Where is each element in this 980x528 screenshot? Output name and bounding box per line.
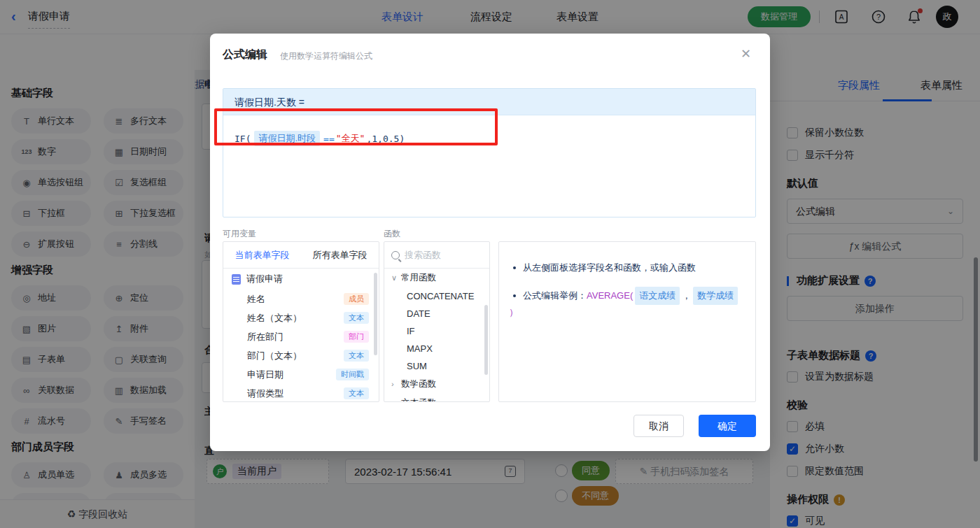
variable-type-badge: 成员 [344, 293, 369, 305]
function-search-input[interactable]: 搜索函数 [384, 242, 489, 269]
variables-tabs: 当前表单字段 所有表单字段 [223, 242, 379, 269]
function-group-label: 常用函数 [401, 273, 436, 283]
red-annotation-box [214, 108, 498, 145]
tab-all-form-fields[interactable]: 所有表单字段 [301, 242, 379, 268]
confirm-button[interactable]: 确定 [699, 415, 756, 437]
chevron-right-icon: › [391, 394, 401, 402]
variables-label: 可用变量 [223, 228, 256, 240]
tip-line-1: 从左侧面板选择字段名和函数，或输入函数 [509, 260, 741, 276]
variable-type-badge: 文本 [344, 387, 369, 399]
functions-scrollbar[interactable] [484, 305, 488, 375]
variable-type-badge: 时间戳 [336, 369, 369, 380]
variable-row[interactable]: 姓名成员 [223, 290, 379, 308]
function-group-collapsed[interactable]: ›数学函数 [384, 375, 489, 394]
variables-root-node[interactable]: 请假申请 [223, 269, 379, 290]
tip-line-2: 公式编辑举例： AVERAGE( 语文成绩 ， 数学成绩 ） [509, 287, 741, 320]
function-item[interactable]: IF [384, 322, 489, 340]
variable-row[interactable]: 部门（文本）文本 [223, 346, 379, 365]
variable-type-badge: 部门 [344, 331, 369, 343]
chevron-down-icon: ∨ [391, 269, 401, 287]
function-item[interactable]: MAPX [384, 340, 489, 357]
function-item[interactable]: CONCATENATE [384, 287, 489, 305]
function-item[interactable]: SUM [384, 357, 489, 375]
formula-editor-modal: 公式编辑 使用数学运算符编辑公式 ✕ 请假日期.天数 = IF( 请假日期.时段… [210, 34, 770, 451]
search-placeholder: 搜索函数 [405, 249, 441, 262]
search-icon [391, 251, 400, 259]
variable-name: 部门（文本） [247, 350, 344, 362]
variable-name: 所在部门 [247, 331, 344, 343]
formula-editor-box[interactable]: 请假日期.天数 = IF( 请假日期.时段 == "全天" ,1,0.5) [223, 88, 756, 217]
variable-row[interactable]: 申请日期时间戳 [223, 365, 379, 384]
bullet-icon [513, 294, 516, 297]
variable-row[interactable]: 请假类型文本 [223, 384, 379, 402]
variable-name: 申请日期 [247, 369, 336, 381]
functions-label: 函数 [384, 228, 400, 240]
variable-name: 请假类型 [247, 387, 344, 400]
variable-name: 姓名（文本） [247, 312, 344, 324]
function-group-label: 数学函数 [401, 379, 436, 389]
variable-name: 姓名 [247, 293, 344, 306]
tab-current-form-fields[interactable]: 当前表单字段 [223, 242, 301, 268]
tips-panel: 从左侧面板选择字段名和函数，或输入函数 公式编辑举例： AVERAGE( 语文成… [498, 241, 756, 402]
modal-title: 公式编辑 [223, 48, 267, 62]
variable-type-badge: 文本 [344, 350, 369, 362]
cancel-button[interactable]: 取消 [634, 415, 684, 437]
function-group-expanded[interactable]: ∨常用函数 [384, 269, 489, 287]
tip-fn-close: ） [509, 305, 518, 320]
tip-token-2: 数学成绩 [693, 287, 738, 305]
function-group-label: 文本函数 [401, 398, 436, 402]
app-window: ‹ 请假申请 表单设计流程设定表单设置 数据管理 A ? 政 ∞表单外链∿后端脚… [0, 0, 980, 528]
variable-type-badge: 文本 [344, 312, 369, 324]
tip-fn-open: AVERAGE( [587, 288, 633, 304]
modal-subtitle: 使用数学运算符编辑公式 [280, 50, 372, 62]
variable-row[interactable]: 所在部门部门 [223, 327, 379, 346]
tip-token-1: 语文成绩 [635, 287, 680, 305]
functions-panel: 搜索函数 ∨常用函数CONCATENATEDATEIFMAPXSUM›数学函数›… [384, 241, 490, 402]
bullet-icon [513, 266, 516, 269]
close-icon[interactable]: ✕ [741, 46, 751, 62]
variables-root-label: 请假申请 [246, 273, 283, 285]
variable-row[interactable]: 姓名（文本）文本 [223, 308, 379, 327]
form-doc-icon [232, 274, 241, 285]
variables-scrollbar[interactable] [374, 273, 377, 355]
variables-panel: 当前表单字段 所有表单字段 请假申请 姓名成员姓名（文本）文本所在部门部门部门（… [223, 241, 379, 402]
function-item[interactable]: DATE [384, 305, 489, 322]
function-group-collapsed[interactable]: ›文本函数 [384, 394, 489, 402]
chevron-right-icon: › [391, 375, 401, 394]
tip-comma: ， [682, 288, 691, 304]
